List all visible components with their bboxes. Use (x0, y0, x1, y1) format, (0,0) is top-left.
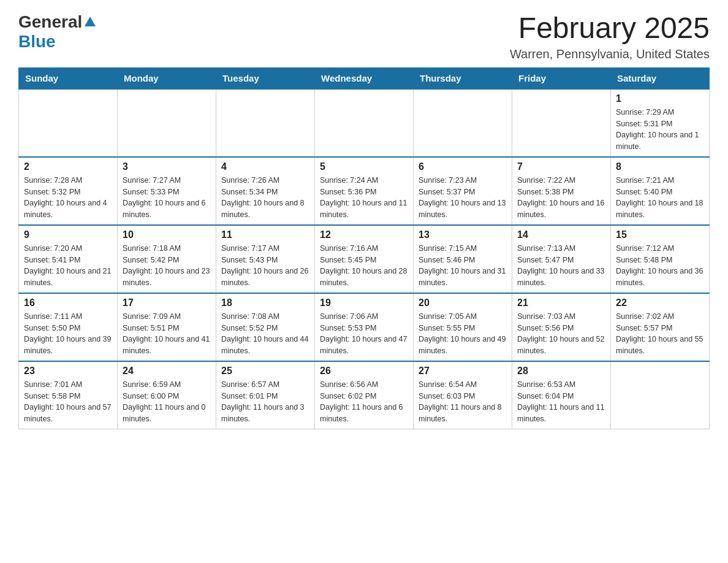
location-subtitle: Warren, Pennsylvania, United States (510, 47, 710, 61)
day-info: Sunrise: 7:23 AMSunset: 5:37 PMDaylight:… (419, 175, 507, 221)
calendar-day-cell: 13Sunrise: 7:15 AMSunset: 5:46 PMDayligh… (414, 225, 512, 293)
logo-flag-icon (83, 15, 97, 29)
day-number: 3 (123, 161, 211, 172)
day-info: Sunrise: 7:29 AMSunset: 5:31 PMDaylight:… (616, 107, 704, 153)
day-number: 22 (616, 297, 704, 308)
day-number: 25 (221, 366, 309, 377)
day-number: 2 (24, 161, 112, 172)
day-info: Sunrise: 7:09 AMSunset: 5:51 PMDaylight:… (123, 311, 211, 357)
calendar-day-cell: 20Sunrise: 7:05 AMSunset: 5:55 PMDayligh… (414, 293, 512, 361)
calendar-day-cell: 7Sunrise: 7:22 AMSunset: 5:38 PMDaylight… (512, 157, 611, 225)
calendar-day-cell (19, 89, 118, 157)
day-info: Sunrise: 7:16 AMSunset: 5:45 PMDaylight:… (320, 243, 408, 289)
logo-general-text: General (18, 12, 82, 32)
calendar-day-cell (414, 89, 512, 157)
calendar-day-cell: 15Sunrise: 7:12 AMSunset: 5:48 PMDayligh… (611, 225, 710, 293)
day-number: 11 (221, 229, 309, 240)
calendar-day-header: Saturday (611, 67, 710, 89)
calendar-day-cell: 18Sunrise: 7:08 AMSunset: 5:52 PMDayligh… (216, 293, 315, 361)
month-title: February 2025 (510, 12, 710, 45)
day-number: 27 (419, 366, 507, 377)
calendar-week-row: 16Sunrise: 7:11 AMSunset: 5:50 PMDayligh… (19, 293, 710, 361)
page-header: General Blue February 2025 Warren, Penns… (18, 12, 710, 61)
calendar-day-cell: 21Sunrise: 7:03 AMSunset: 5:56 PMDayligh… (512, 293, 611, 361)
svg-marker-0 (85, 17, 96, 26)
calendar-day-cell: 2Sunrise: 7:28 AMSunset: 5:32 PMDaylight… (19, 157, 118, 225)
calendar-day-header: Thursday (414, 67, 512, 89)
calendar-day-cell: 9Sunrise: 7:20 AMSunset: 5:41 PMDaylight… (19, 225, 118, 293)
calendar-day-header: Wednesday (315, 67, 414, 89)
day-number: 10 (123, 229, 211, 240)
day-info: Sunrise: 7:03 AMSunset: 5:56 PMDaylight:… (517, 311, 605, 357)
calendar-day-cell: 6Sunrise: 7:23 AMSunset: 5:37 PMDaylight… (414, 157, 512, 225)
day-info: Sunrise: 6:57 AMSunset: 6:01 PMDaylight:… (221, 379, 309, 425)
day-info: Sunrise: 7:13 AMSunset: 5:47 PMDaylight:… (517, 243, 605, 289)
day-number: 4 (221, 161, 309, 172)
calendar-header-row: SundayMondayTuesdayWednesdayThursdayFrid… (19, 67, 710, 89)
day-number: 19 (320, 297, 408, 308)
calendar-day-cell: 10Sunrise: 7:18 AMSunset: 5:42 PMDayligh… (118, 225, 216, 293)
logo: General Blue (18, 12, 97, 52)
calendar-day-cell: 17Sunrise: 7:09 AMSunset: 5:51 PMDayligh… (118, 293, 216, 361)
day-number: 12 (320, 229, 408, 240)
day-number: 17 (123, 297, 211, 308)
day-info: Sunrise: 7:05 AMSunset: 5:55 PMDaylight:… (419, 311, 507, 357)
calendar-day-cell: 12Sunrise: 7:16 AMSunset: 5:45 PMDayligh… (315, 225, 414, 293)
calendar-day-cell: 14Sunrise: 7:13 AMSunset: 5:47 PMDayligh… (512, 225, 611, 293)
calendar-week-row: 2Sunrise: 7:28 AMSunset: 5:32 PMDaylight… (19, 157, 710, 225)
calendar-day-cell (611, 361, 710, 429)
day-info: Sunrise: 6:54 AMSunset: 6:03 PMDaylight:… (419, 379, 507, 425)
day-info: Sunrise: 7:21 AMSunset: 5:40 PMDaylight:… (616, 175, 704, 221)
calendar-day-cell (512, 89, 611, 157)
calendar-day-cell: 23Sunrise: 7:01 AMSunset: 5:58 PMDayligh… (19, 361, 118, 429)
calendar-day-cell: 5Sunrise: 7:24 AMSunset: 5:36 PMDaylight… (315, 157, 414, 225)
title-area: February 2025 Warren, Pennsylvania, Unit… (510, 12, 710, 61)
day-info: Sunrise: 7:11 AMSunset: 5:50 PMDaylight:… (24, 311, 112, 357)
day-number: 23 (24, 366, 112, 377)
calendar-table: SundayMondayTuesdayWednesdayThursdayFrid… (18, 67, 710, 429)
day-number: 20 (419, 297, 507, 308)
day-number: 16 (24, 297, 112, 308)
day-info: Sunrise: 7:08 AMSunset: 5:52 PMDaylight:… (221, 311, 309, 357)
day-info: Sunrise: 7:01 AMSunset: 5:58 PMDaylight:… (24, 379, 112, 425)
calendar-day-cell: 8Sunrise: 7:21 AMSunset: 5:40 PMDaylight… (611, 157, 710, 225)
logo-blue-text: Blue (18, 32, 56, 51)
calendar-day-cell: 26Sunrise: 6:56 AMSunset: 6:02 PMDayligh… (315, 361, 414, 429)
day-info: Sunrise: 7:28 AMSunset: 5:32 PMDaylight:… (24, 175, 112, 221)
day-info: Sunrise: 7:15 AMSunset: 5:46 PMDaylight:… (419, 243, 507, 289)
day-info: Sunrise: 6:59 AMSunset: 6:00 PMDaylight:… (123, 379, 211, 425)
day-number: 15 (616, 229, 704, 240)
day-info: Sunrise: 7:27 AMSunset: 5:33 PMDaylight:… (123, 175, 211, 221)
calendar-week-row: 1Sunrise: 7:29 AMSunset: 5:31 PMDaylight… (19, 89, 710, 157)
day-number: 24 (123, 366, 211, 377)
day-info: Sunrise: 7:02 AMSunset: 5:57 PMDaylight:… (616, 311, 704, 357)
day-number: 26 (320, 366, 408, 377)
calendar-day-header: Sunday (19, 67, 118, 89)
day-info: Sunrise: 7:17 AMSunset: 5:43 PMDaylight:… (221, 243, 309, 289)
day-info: Sunrise: 6:53 AMSunset: 6:04 PMDaylight:… (517, 379, 605, 425)
calendar-day-header: Tuesday (216, 67, 315, 89)
day-info: Sunrise: 7:26 AMSunset: 5:34 PMDaylight:… (221, 175, 309, 221)
calendar-day-cell: 27Sunrise: 6:54 AMSunset: 6:03 PMDayligh… (414, 361, 512, 429)
day-info: Sunrise: 7:18 AMSunset: 5:42 PMDaylight:… (123, 243, 211, 289)
day-number: 1 (616, 93, 704, 104)
calendar-day-cell (315, 89, 414, 157)
calendar-day-cell: 1Sunrise: 7:29 AMSunset: 5:31 PMDaylight… (611, 89, 710, 157)
calendar-day-cell (216, 89, 315, 157)
day-info: Sunrise: 6:56 AMSunset: 6:02 PMDaylight:… (320, 379, 408, 425)
day-number: 14 (517, 229, 605, 240)
calendar-day-cell: 4Sunrise: 7:26 AMSunset: 5:34 PMDaylight… (216, 157, 315, 225)
calendar-day-header: Monday (118, 67, 216, 89)
calendar-week-row: 9Sunrise: 7:20 AMSunset: 5:41 PMDaylight… (19, 225, 710, 293)
day-number: 28 (517, 366, 605, 377)
calendar-week-row: 23Sunrise: 7:01 AMSunset: 5:58 PMDayligh… (19, 361, 710, 429)
calendar-day-cell: 3Sunrise: 7:27 AMSunset: 5:33 PMDaylight… (118, 157, 216, 225)
calendar-day-cell: 19Sunrise: 7:06 AMSunset: 5:53 PMDayligh… (315, 293, 414, 361)
day-number: 18 (221, 297, 309, 308)
calendar-day-cell (118, 89, 216, 157)
calendar-day-cell: 24Sunrise: 6:59 AMSunset: 6:00 PMDayligh… (118, 361, 216, 429)
day-number: 21 (517, 297, 605, 308)
calendar-day-cell: 28Sunrise: 6:53 AMSunset: 6:04 PMDayligh… (512, 361, 611, 429)
day-number: 6 (419, 161, 507, 172)
day-number: 5 (320, 161, 408, 172)
